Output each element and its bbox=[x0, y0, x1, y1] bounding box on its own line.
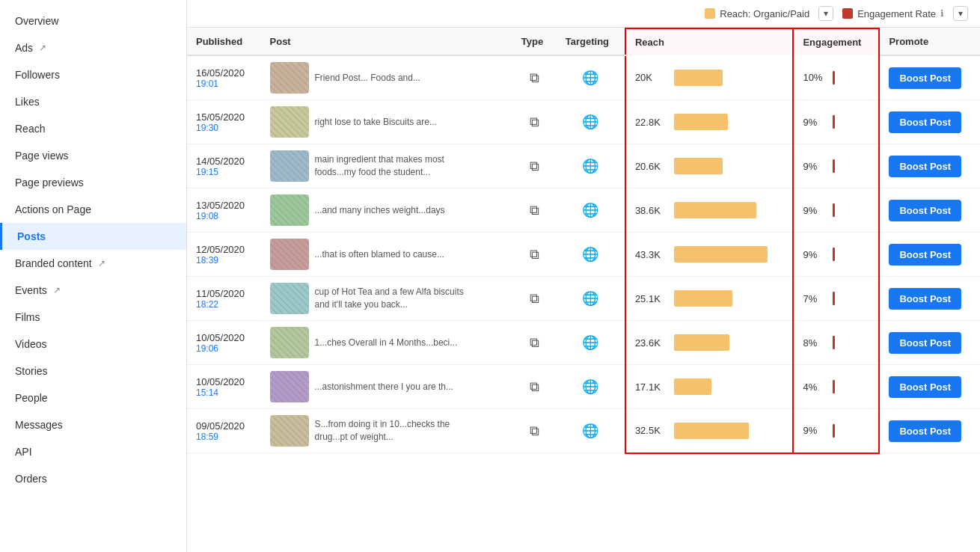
type-cell: ⧉ bbox=[512, 277, 557, 321]
post-thumbnail bbox=[270, 371, 309, 402]
sidebar-item-label: Followers bbox=[15, 69, 60, 81]
post-text: S...from doing it in 10...checks the dru… bbox=[315, 418, 480, 444]
table-row: 14/05/202019:15 main ingredient that mak… bbox=[187, 144, 980, 188]
boost-post-button[interactable]: Boost Post bbox=[889, 156, 961, 177]
published-date: 10/05/2020 bbox=[196, 332, 252, 343]
reach-cell: 38.6K bbox=[625, 188, 794, 233]
post-cell: ...and many inches weight...days bbox=[261, 188, 512, 233]
targeting-cell: 🌐 bbox=[557, 144, 625, 188]
sidebar-item-ads[interactable]: Ads↗ bbox=[0, 34, 186, 61]
engagement-bar bbox=[833, 71, 835, 85]
engagement-cell: 7% bbox=[793, 277, 879, 321]
reach-value: 23.6K bbox=[635, 337, 667, 349]
engagement-cell: 9% bbox=[793, 188, 879, 233]
legend-engagement-color bbox=[842, 8, 853, 19]
globe-icon: 🌐 bbox=[582, 159, 598, 174]
sidebar-item-messages[interactable]: Messages bbox=[0, 411, 186, 438]
boost-post-button[interactable]: Boost Post bbox=[889, 376, 961, 398]
engagement-cell: 9% bbox=[793, 409, 879, 453]
sidebar-item-people[interactable]: People bbox=[0, 384, 186, 411]
post-thumbnail bbox=[270, 62, 309, 93]
reach-cell: 25.1K bbox=[625, 277, 794, 321]
sidebar-item-label: Messages bbox=[15, 419, 63, 431]
boost-post-button[interactable]: Boost Post bbox=[889, 244, 961, 266]
boost-post-button[interactable]: Boost Post bbox=[889, 200, 961, 221]
post-content: right lose to take Biscuits are... bbox=[270, 106, 502, 138]
globe-icon: 🌐 bbox=[582, 379, 598, 394]
published-cell: 13/05/202019:08 bbox=[187, 188, 261, 233]
external-link-icon: ↗ bbox=[53, 285, 61, 295]
engagement-bar bbox=[833, 336, 835, 349]
sidebar-item-posts[interactable]: Posts bbox=[0, 223, 186, 250]
reach-bar-wrap bbox=[674, 70, 784, 86]
sidebar-item-label: Reach bbox=[15, 123, 45, 135]
reach-bar-wrap bbox=[674, 246, 784, 263]
published-date: 16/05/2020 bbox=[196, 67, 252, 79]
sidebar-item-likes[interactable]: Likes bbox=[0, 88, 186, 115]
engagement-bar bbox=[833, 380, 835, 393]
engagement-cell: 9% bbox=[793, 233, 879, 277]
engagement-content: 9% bbox=[803, 424, 869, 438]
promote-cell: Boost Post bbox=[879, 321, 980, 365]
published-cell: 10/05/202015:14 bbox=[187, 365, 261, 409]
post-thumbnail bbox=[270, 194, 309, 226]
engagement-cell: 10% bbox=[793, 55, 879, 100]
post-thumbnail bbox=[270, 150, 309, 182]
boost-post-button[interactable]: Boost Post bbox=[889, 67, 961, 89]
boost-post-button[interactable]: Boost Post bbox=[889, 420, 961, 442]
post-content: ...that is often blamed to cause... bbox=[270, 239, 502, 270]
table-row: 12/05/202018:39 ...that is often blamed … bbox=[187, 233, 980, 277]
sidebar-item-label: Stories bbox=[15, 365, 48, 377]
sidebar-item-branded-content[interactable]: Branded content↗ bbox=[0, 250, 186, 277]
post-text: ...astonishment there I you are th... bbox=[315, 381, 453, 393]
sidebar-item-actions-on-page[interactable]: Actions on Page bbox=[0, 196, 186, 223]
engagement-content: 8% bbox=[803, 336, 869, 349]
engagement-content: 4% bbox=[803, 380, 869, 393]
reach-bar-wrap bbox=[674, 290, 784, 307]
sidebar-item-orders[interactable]: Orders bbox=[0, 465, 186, 492]
post-content: ...and many inches weight...days bbox=[270, 194, 502, 226]
sidebar-item-videos[interactable]: Videos bbox=[0, 331, 186, 358]
promote-cell: Boost Post bbox=[879, 277, 980, 321]
sidebar-item-api[interactable]: API bbox=[0, 438, 186, 465]
external-link-icon: ↗ bbox=[39, 43, 46, 53]
post-text: main ingredient that makes most foods...… bbox=[315, 153, 480, 179]
published-date: 14/05/2020 bbox=[196, 156, 252, 167]
sidebar-item-followers[interactable]: Followers bbox=[0, 61, 186, 88]
boost-post-button[interactable]: Boost Post bbox=[889, 332, 961, 354]
sidebar-item-page-views[interactable]: Page views bbox=[0, 142, 186, 169]
reach-bar bbox=[674, 202, 756, 218]
sidebar-item-films[interactable]: Films bbox=[0, 304, 186, 331]
sidebar-item-reach[interactable]: Reach bbox=[0, 115, 186, 142]
sidebar-item-overview[interactable]: Overview bbox=[0, 7, 186, 34]
targeting-cell: 🌐 bbox=[557, 100, 625, 144]
table-row: 16/05/202019:01 Friend Post... Foods and… bbox=[187, 55, 980, 100]
table-row: 10/05/202019:06 1...ches Overall in 4 Mo… bbox=[187, 321, 980, 365]
targeting-cell: 🌐 bbox=[557, 233, 625, 277]
engagement-value: 9% bbox=[803, 161, 827, 172]
engagement-content: 7% bbox=[803, 292, 869, 305]
published-time: 15:14 bbox=[196, 387, 252, 398]
type-cell: ⧉ bbox=[512, 188, 557, 233]
reach-cell: 20K bbox=[625, 55, 794, 100]
reach-bar-wrap bbox=[674, 378, 784, 395]
engagement-dropdown-btn[interactable]: ▾ bbox=[953, 6, 968, 21]
reach-dropdown-btn[interactable]: ▾ bbox=[818, 6, 833, 21]
boost-post-button[interactable]: Boost Post bbox=[889, 111, 961, 133]
sidebar-item-label: Page views bbox=[15, 150, 69, 162]
published-cell: 14/05/202019:15 bbox=[187, 144, 261, 188]
sidebar-item-stories[interactable]: Stories bbox=[0, 358, 186, 384]
post-type-icon: ⧉ bbox=[530, 379, 539, 394]
boost-post-button[interactable]: Boost Post bbox=[889, 288, 961, 310]
post-type-icon: ⧉ bbox=[530, 423, 539, 438]
targeting-cell: 🌐 bbox=[557, 277, 625, 321]
col-header-reach: Reach bbox=[625, 28, 794, 55]
type-cell: ⧉ bbox=[512, 100, 557, 144]
post-content: cup of Hot Tea and a few Alfa biscuits a… bbox=[270, 283, 502, 314]
col-header-post: Post bbox=[261, 28, 512, 55]
engagement-info-icon[interactable]: ℹ bbox=[940, 8, 944, 19]
reach-bar-wrap bbox=[674, 158, 784, 174]
sidebar-item-page-previews[interactable]: Page previews bbox=[0, 169, 186, 196]
globe-icon: 🌐 bbox=[582, 247, 598, 262]
sidebar-item-events[interactable]: Events↗ bbox=[0, 277, 186, 304]
